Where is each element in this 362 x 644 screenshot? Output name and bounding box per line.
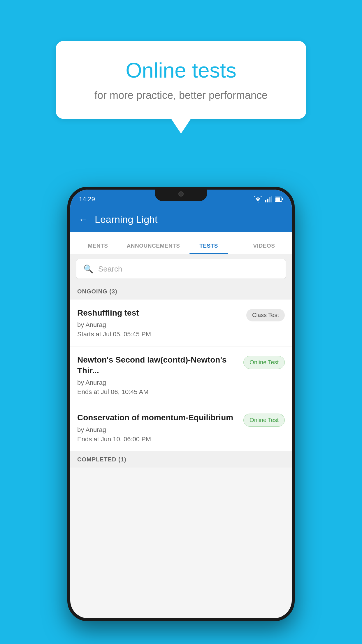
svg-rect-1 — [265, 200, 266, 202]
phone-notch — [155, 187, 207, 201]
svg-rect-2 — [267, 199, 268, 202]
test-item-reshuffling[interactable]: Reshuffling test by Anurag Starts at Jul… — [70, 300, 292, 346]
svg-rect-3 — [269, 197, 270, 202]
front-camera — [178, 191, 184, 197]
test-title-3: Conservation of momentum-Equilibrium — [77, 412, 239, 423]
completed-section-header: COMPLETED (1) — [70, 452, 292, 468]
wifi-icon — [254, 196, 262, 202]
battery-icon — [275, 196, 283, 202]
test-title-2: Newton's Second law(contd)-Newton's Thir… — [77, 355, 239, 376]
test-date-1: Starts at Jul 05, 05:45 PM — [77, 330, 242, 338]
test-info-1: Reshuffling test by Anurag Starts at Jul… — [77, 308, 242, 338]
test-title-1: Reshuffling test — [77, 308, 242, 318]
test-date-2: Ends at Jul 06, 10:45 AM — [77, 388, 239, 396]
tab-videos[interactable]: VIDEOS — [236, 243, 292, 254]
status-time: 14:29 — [79, 195, 95, 203]
search-input[interactable]: Search — [98, 265, 122, 274]
ongoing-section-header: ONGOING (3) — [70, 284, 292, 300]
svg-rect-6 — [275, 197, 280, 201]
tab-announcements[interactable]: ANNOUNCEMENTS — [126, 243, 181, 254]
search-bar[interactable]: 🔍 Search — [76, 259, 286, 279]
tab-tests[interactable]: TESTS — [181, 243, 236, 254]
back-button[interactable]: ← — [78, 214, 88, 225]
svg-rect-7 — [282, 198, 283, 200]
test-list: Reshuffling test by Anurag Starts at Jul… — [70, 300, 292, 452]
test-date-3: Ends at Jun 10, 06:00 PM — [77, 435, 239, 443]
app-title: Learning Light — [95, 214, 158, 225]
test-author-3: by Anurag — [77, 426, 239, 434]
phone-mockup: 14:29 — [67, 187, 295, 621]
test-author-2: by Anurag — [77, 379, 239, 386]
search-icon: 🔍 — [83, 264, 94, 274]
status-icons — [254, 196, 283, 202]
bubble-subtitle: for more practice, better performance — [76, 89, 286, 102]
speech-bubble: Online tests for more practice, better p… — [56, 41, 306, 119]
search-container: 🔍 Search — [70, 254, 292, 284]
test-item-newton[interactable]: Newton's Second law(contd)-Newton's Thir… — [70, 346, 292, 404]
tabs-bar: MENTS ANNOUNCEMENTS TESTS VIDEOS — [70, 232, 292, 254]
phone-outer: 14:29 — [67, 187, 295, 621]
phone-screen: 14:29 — [70, 190, 292, 618]
svg-marker-0 — [256, 199, 260, 201]
test-badge-1: Class Test — [246, 309, 285, 321]
test-badge-3: Online Test — [243, 414, 285, 427]
app-header: ← Learning Light — [70, 206, 292, 232]
test-badge-2: Online Test — [243, 356, 285, 369]
signal-icon — [265, 196, 272, 202]
test-info-3: Conservation of momentum-Equilibrium by … — [77, 412, 239, 443]
bubble-title: Online tests — [76, 58, 286, 82]
test-item-conservation[interactable]: Conservation of momentum-Equilibrium by … — [70, 404, 292, 451]
test-info-2: Newton's Second law(contd)-Newton's Thir… — [77, 355, 239, 396]
test-author-1: by Anurag — [77, 321, 242, 329]
tab-ments[interactable]: MENTS — [70, 243, 126, 254]
svg-rect-4 — [271, 196, 272, 202]
speech-bubble-container: Online tests for more practice, better p… — [56, 41, 306, 119]
